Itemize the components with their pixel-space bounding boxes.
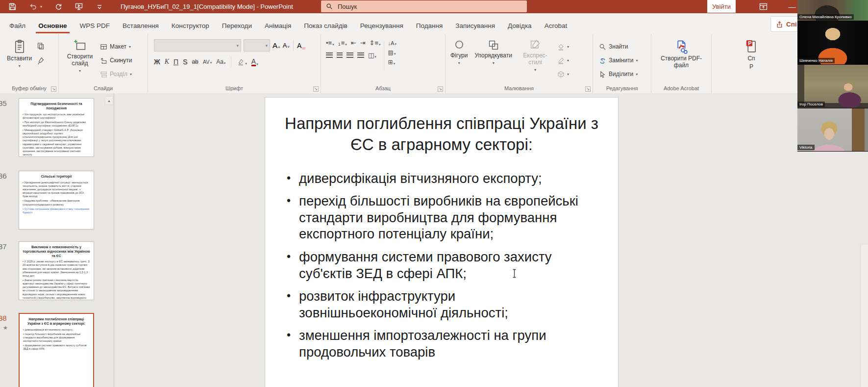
character-spacing-button[interactable]: AV▾ [203, 59, 212, 65]
create-share-pdf-button[interactable]: P Сп Р [742, 37, 761, 79]
bold-button[interactable]: Ж [154, 58, 160, 66]
undo-dropdown-icon[interactable]: ▾ [40, 4, 42, 9]
slide-bullet[interactable]: • диверсифікація вітчизняного експорту; [287, 170, 583, 187]
underline-button[interactable]: П [174, 58, 178, 66]
text-direction-button[interactable]: ↓A▾ [388, 40, 397, 46]
copy-button[interactable] [35, 41, 47, 51]
arrange-button[interactable]: Упорядкувати▾ [471, 37, 515, 79]
new-slide-button[interactable]: Створити слайд ▾ [62, 37, 98, 79]
increase-font-size-button[interactable]: A˄ [273, 41, 280, 50]
svg-text:P: P [748, 40, 751, 46]
text-shadow-button[interactable]: S [183, 58, 187, 66]
align-center-button[interactable] [337, 52, 343, 58]
thumbnail-preview[interactable]: Викликом є невизначеність у торговельних… [19, 241, 94, 300]
italic-button[interactable]: K [165, 58, 169, 66]
save-icon[interactable] [8, 2, 17, 11]
video-participant-tile[interactable]: Viktoria [797, 108, 868, 152]
layout-button[interactable]: Макет▾ [100, 41, 132, 52]
reset-button[interactable]: Скинути [100, 55, 132, 66]
justify-button[interactable] [357, 52, 364, 58]
format-painter-button[interactable] [35, 56, 47, 66]
ribbon-tab[interactable]: Вставлення [116, 22, 165, 34]
ribbon-tab[interactable]: Анімація [258, 22, 298, 34]
slide-title[interactable]: Напрями поглиблення співпраці України з … [285, 113, 598, 155]
create-pdf-button[interactable]: Створити PDF-файл [656, 37, 706, 79]
font-size-combo[interactable]: ▾ [244, 39, 270, 52]
replace-button[interactable]: bc Замінити▾ [599, 55, 651, 66]
undo-icon[interactable] [28, 2, 37, 11]
increase-indent-button[interactable]: ⇥ [360, 39, 366, 47]
ribbon-tabs: Файл Основне WPS PDF Вставлення Конструк… [0, 13, 573, 34]
quick-access-toolbar: ▾ [0, 2, 104, 11]
paragraph-dialog-launcher[interactable]: ↘ [438, 86, 443, 92]
redo-icon[interactable] [54, 2, 63, 11]
ribbon-tab[interactable]: Конструктор [165, 22, 216, 34]
ribbon-tab[interactable]: Основне [32, 22, 73, 34]
video-participant-tile[interactable]: Шевченко Наталія [797, 21, 868, 65]
font-name-combo[interactable]: ▾ [154, 39, 241, 52]
align-right-button[interactable] [347, 52, 353, 58]
change-case-button[interactable]: Aa▾ [216, 58, 225, 65]
animation-star-icon[interactable]: ★ [3, 325, 8, 331]
strikethrough-button[interactable]: ab [192, 58, 198, 65]
video-participant-tile[interactable]: Ігор Поселов [797, 65, 868, 108]
font-color-button[interactable]: А▾ [251, 58, 258, 66]
ribbon-tab[interactable]: WPS PDF [74, 22, 117, 34]
clipboard-dialog-launcher[interactable]: ↘ [51, 86, 56, 92]
bullet-list-button[interactable]: •≡▾ [326, 39, 334, 47]
thumbnail-preview[interactable]: Підтвердження безпечності та походження … [19, 98, 94, 157]
minimize-button[interactable]: — [787, 1, 797, 11]
columns-button[interactable]: ◫▾ [368, 52, 376, 59]
sign-in-button[interactable]: Увійти [707, 0, 736, 13]
search-input[interactable]: Пошук [321, 0, 527, 12]
drawing-dialog-launcher[interactable]: ↘ [585, 86, 591, 92]
current-slide-canvas[interactable]: Напрями поглиблення співпраці України з … [265, 97, 619, 387]
align-left-button[interactable] [326, 52, 333, 58]
section-icon [100, 71, 107, 78]
ribbon: Вставити ▾ Буфер обміну ↘ [0, 34, 868, 94]
slide-bullet[interactable]: • розвиток інфраструктури зовнішньоеконо… [287, 288, 583, 321]
convert-to-smartart-button[interactable]: ⊞▾ [388, 59, 397, 66]
ribbon-tab[interactable]: Рецензування [354, 22, 410, 34]
font-dialog-launcher[interactable]: ↘ [313, 86, 319, 92]
slide-bullet[interactable]: • перехід більшості виробників на європе… [287, 193, 583, 242]
thumbnail-bullet: • диверсифікація вітчизняного експорту; [23, 328, 90, 332]
clipboard-group-label: Буфер обміну [0, 85, 58, 91]
svg-text:c: c [603, 60, 605, 64]
slide-editing-area[interactable]: Напрями поглиблення співпраці України з … [114, 93, 868, 387]
ribbon-display-options-icon[interactable] [759, 2, 769, 12]
slide-body-text[interactable]: • диверсифікація вітчизняного експорту; … [287, 170, 583, 360]
slide-area-scrollbar[interactable]: ▼ ▼ [861, 245, 868, 387]
ribbon-tab[interactable]: Довідка [501, 22, 538, 34]
thumbnail-preview[interactable]: Напрями поглиблення співпраці України з … [19, 313, 94, 387]
decrease-indent-button[interactable]: ⇤ [351, 39, 356, 47]
highlight-color-button[interactable]: ▾ [237, 58, 247, 66]
ribbon-tab[interactable]: Записування [449, 22, 501, 34]
thumbnail-title: Напрями поглиблення співпраці України з … [23, 317, 90, 326]
decrease-font-size-button[interactable]: A˅ [283, 42, 290, 49]
bullet-dot: • [287, 249, 291, 282]
slide-bullet[interactable]: • формування системи правового захисту с… [287, 249, 583, 282]
line-spacing-button[interactable]: ⇕≡▾ [370, 39, 381, 47]
start-slideshow-icon[interactable] [74, 2, 83, 11]
ribbon-tab[interactable]: Acrobat [538, 22, 574, 34]
arrange-icon [488, 39, 499, 51]
numbered-list-button[interactable]: 1≡▾ [338, 39, 347, 47]
customize-quick-access-icon[interactable] [95, 2, 104, 11]
slide-bullet[interactable]: • зменшення імпортозалежності на групи п… [287, 327, 583, 360]
ribbon-tab[interactable]: Файл [3, 22, 32, 34]
ribbon-tab[interactable]: Переходи [216, 22, 258, 34]
ribbon-tab[interactable]: Подання [410, 22, 449, 34]
shapes-button[interactable]: Фігури▾ [447, 37, 471, 79]
align-text-button[interactable]: ▤▾ [388, 49, 397, 56]
clear-formatting-button[interactable]: A [297, 42, 305, 50]
thumbnail-scroll-up-icon[interactable]: ▲ [105, 96, 113, 105]
bullet-dot: • [287, 193, 291, 242]
thumbnail-preview[interactable]: Сільські території • Ускладнення демогра… [19, 171, 94, 230]
create-pdf-icon [674, 39, 689, 54]
paste-button[interactable]: Вставити ▾ [4, 37, 35, 79]
select-button[interactable]: Виділити▾ [599, 69, 651, 79]
find-button[interactable]: Знайти [599, 41, 651, 52]
ribbon-tab[interactable]: Показ слайдів [298, 22, 353, 34]
video-participant-tile[interactable]: Олена Михайлівна Кропивко [797, 0, 868, 21]
